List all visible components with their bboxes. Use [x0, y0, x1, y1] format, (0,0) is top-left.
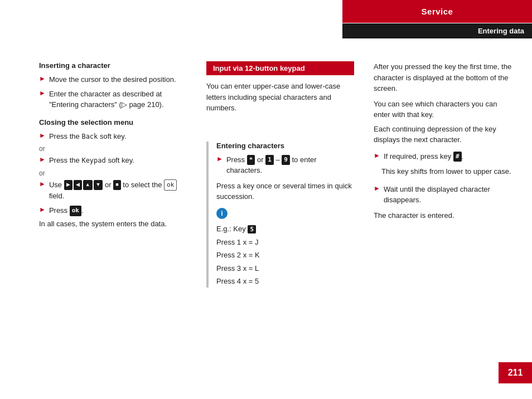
bullet-if-required: ► If required, press key #. — [374, 151, 513, 162]
bullet-back: ► Press the Back soft key. — [39, 131, 181, 142]
right-para2: You can see which characters you can ent… — [374, 99, 513, 120]
bullet-keypad: ► Press the Keypad soft key. — [39, 155, 181, 166]
or-2: or — [39, 169, 181, 177]
arrow-icon-7: ► — [216, 155, 223, 163]
info-icon: i — [216, 208, 228, 219]
bullet-press-ok: ► Press ok. — [39, 205, 181, 216]
eg-key: 5 — [248, 225, 256, 233]
char-entered-text: The character is entered. — [374, 210, 513, 221]
keypad-key: Keypad — [81, 157, 105, 164]
arrow-icon-9: ► — [374, 184, 380, 192]
nav-right: ▶ — [64, 180, 72, 190]
nav-up: ▲ — [83, 180, 93, 190]
right-para3: Each continuing depression of the key di… — [374, 124, 513, 145]
intro-text: You can enter upper-case and lower-case … — [206, 81, 354, 114]
nav-arrows: ▶ ◀ ▲ ▼ — [64, 180, 103, 190]
bullet-enter-text: Enter the character as described at "Ent… — [49, 89, 181, 110]
entering-chars-title: Entering characters — [216, 142, 354, 150]
key-shifts-text: This key shifts from lower to upper case… — [381, 166, 513, 177]
arrow-icon-3: ► — [39, 132, 46, 139]
back-key: Back — [81, 133, 98, 140]
arrow-icon-1: ► — [39, 75, 46, 82]
bullet-press-keys: ► Press * or 1 – 9 to enter characters. — [216, 154, 354, 176]
inserting-title: Inserting a character — [39, 61, 181, 70]
press-keys-text: Press * or 1 – 9 to enter characters. — [226, 154, 354, 176]
nine-key: 9 — [282, 155, 290, 166]
bullet-use: ► Use ▶ ◀ ▲ ▼ or ■ to select the ok fiel… — [39, 179, 181, 202]
ok-button: ok — [70, 206, 81, 216]
ok-field: ok — [164, 179, 177, 191]
right-para1: After you pressed the key the first time… — [374, 61, 513, 94]
arrow-icon-8: ► — [374, 152, 380, 159]
left-column: Inserting a character ► Move the cursor … — [0, 61, 198, 366]
press-ok-text: Press ok. — [49, 205, 84, 216]
bullet-move-cursor: ► Move the cursor to the desired positio… — [39, 74, 181, 85]
bullet-enter-char: ► Enter the character as described at "E… — [39, 89, 181, 110]
right-column: After you pressed the key the first time… — [362, 61, 524, 366]
arrow-icon-6: ► — [39, 206, 46, 213]
one-key: 1 — [265, 155, 274, 166]
bullet-wait: ► Wait until the displayed character dis… — [374, 184, 513, 206]
eg-label: E.g.: Key 5 — [216, 225, 354, 233]
input-header: Input via 12-button keypad — [206, 61, 354, 75]
press-once-text: Press a key once or several times in qui… — [216, 181, 354, 202]
press-back-text: Press the Back soft key. — [49, 131, 127, 142]
if-required-text: If required, press key #. — [384, 151, 463, 162]
nav-left: ◀ — [74, 180, 82, 190]
entering-label: Entering data — [478, 27, 524, 35]
nav-down: ▼ — [94, 180, 103, 190]
eg-line-3: Press 3 x = L — [216, 262, 354, 275]
mid-column: Input via 12-button keypad You can enter… — [198, 61, 362, 366]
hash-key: # — [453, 152, 462, 162]
eg-line-2: Press 2 x = K — [216, 249, 354, 261]
bullet-move-text: Move the cursor to the desired position. — [49, 74, 176, 85]
eg-line-1: Press 1 x = J — [216, 236, 354, 249]
arrow-icon-4: ► — [39, 155, 46, 163]
press-keypad-text: Press the Keypad soft key. — [49, 155, 134, 166]
mid-inner: Entering characters ► Press * or 1 – 9 t… — [206, 142, 354, 288]
arrow-icon-5: ► — [39, 180, 46, 188]
entering-header: Entering data — [342, 23, 532, 38]
or-1: or — [39, 145, 181, 153]
closing-title: Closing the selection menu — [39, 118, 181, 126]
in-all-cases: In all cases, the system enters the data… — [39, 220, 181, 228]
info-block: i — [216, 208, 354, 221]
service-header: Service — [342, 0, 532, 23]
service-label: Service — [422, 7, 453, 16]
wait-text: Wait until the displayed character disap… — [384, 184, 513, 206]
content-area: Inserting a character ► Move the cursor … — [0, 61, 532, 366]
star-key: * — [247, 155, 255, 166]
nav-select: ■ — [113, 180, 120, 190]
eg-lines: Press 1 x = J Press 2 x = K Press 3 x = … — [216, 236, 354, 288]
eg-line-4: Press 4 x = 5 — [216, 275, 354, 288]
use-nav-text: Use ▶ ◀ ▲ ▼ or ■ to select the ok field. — [49, 179, 181, 202]
arrow-icon-2: ► — [39, 89, 46, 97]
